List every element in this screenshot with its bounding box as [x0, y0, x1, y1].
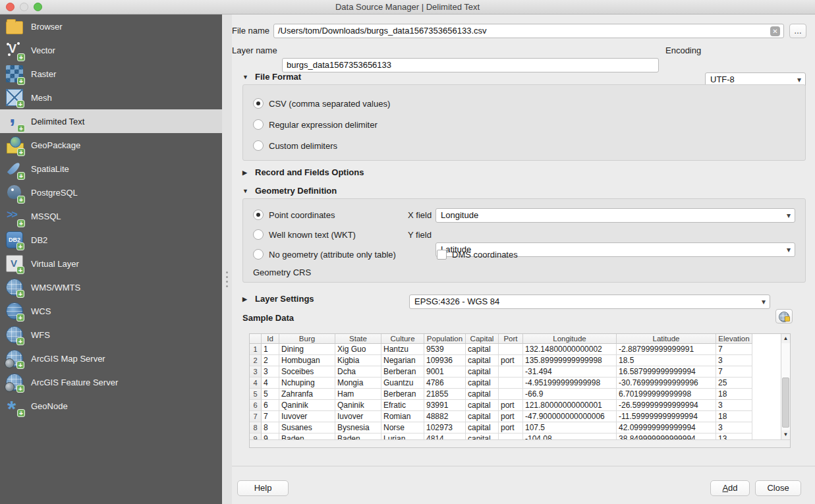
row-number-cell[interactable]: 2 [250, 355, 262, 366]
geometry-type-radio-unselected[interactable] [253, 229, 264, 240]
layer-settings-title: Layer Settings [255, 294, 314, 304]
sidebar-splitter[interactable] [222, 14, 232, 504]
record-fields-title: Record and Fields Options [255, 167, 364, 177]
column-header-population[interactable]: Population [424, 334, 466, 344]
geometry-type-option-2[interactable]: No geometry (attribute only table) [253, 248, 396, 260]
sidebar-item-geonode[interactable]: +GeoNode [0, 394, 222, 418]
file-format-radio-selected[interactable] [253, 98, 264, 109]
table-cell: Negarian [381, 355, 424, 366]
row-number-cell[interactable]: 9 [250, 434, 262, 439]
collapsed-triangle-icon: ▶ [242, 296, 249, 302]
table-cell: 107.5 [523, 422, 617, 434]
browse-file-button[interactable]: … [789, 24, 806, 38]
select-crs-button[interactable] [775, 309, 793, 323]
geometry-type-option-0[interactable]: Point coordinates [253, 209, 335, 221]
geometry-type-radio-selected[interactable] [253, 210, 264, 220]
vertical-scrollbar[interactable]: ▲ ▼ [781, 334, 790, 439]
geometry-crs-select[interactable]: EPSG:4326 - WGS 84 [409, 294, 770, 309]
plus-badge-icon: + [16, 242, 24, 250]
sidebar-item-delimited-text[interactable]: +Delimited Text [0, 109, 222, 133]
column-header-state[interactable]: State [335, 334, 381, 344]
table-cell: Qaninik [335, 400, 381, 411]
scroll-up-icon[interactable]: ▲ [781, 334, 790, 343]
vector-icon: + [6, 42, 23, 59]
clear-file-icon[interactable]: ✕ [770, 26, 780, 36]
table-cell [499, 378, 523, 389]
dms-coordinates-checkbox[interactable] [437, 250, 447, 260]
row-number-cell[interactable]: 5 [250, 389, 262, 400]
file-format-option-0[interactable]: CSV (comma separated values) [253, 98, 390, 109]
sidebar-item-wcs[interactable]: +WCS [0, 299, 222, 323]
x-field-select[interactable]: Longitude [436, 208, 795, 223]
row-number-cell[interactable]: 8 [250, 422, 262, 434]
sidebar-item-spatialite[interactable]: +SpatiaLite [0, 157, 222, 181]
geometry-type-option-1[interactable]: Well known text (WKT) [253, 229, 356, 240]
row-number-cell[interactable]: 7 [250, 411, 262, 422]
row-number-cell[interactable]: 1 [250, 344, 262, 355]
collapsed-triangle-icon: ▶ [242, 169, 249, 176]
column-header-id[interactable]: Id [262, 334, 279, 344]
layer-name-input[interactable]: burgs_data1567353656133 [282, 58, 659, 72]
sidebar-item-label: WCS [31, 306, 51, 316]
sidebar-item-postgresql[interactable]: +PostgreSQL [0, 181, 222, 204]
column-header-port[interactable]: Port [499, 334, 523, 344]
file-format-option-2[interactable]: Custom delimiters [253, 140, 337, 152]
table-cell: 18 [716, 411, 752, 422]
column-header-elevation[interactable]: Elevation [716, 334, 752, 344]
add-button[interactable]: Add [710, 480, 750, 496]
row-number-cell[interactable]: 3 [250, 366, 262, 378]
sidebar-item-arcgis-feature-server[interactable]: +ArcGIS Feature Server [0, 370, 222, 394]
sidebar-item-vector[interactable]: +Vector [0, 38, 222, 62]
sidebar-item-wms-wmts[interactable]: +WMS/WMTS [0, 275, 222, 299]
table-cell: 16.587999999999994 [617, 366, 716, 378]
table-cell: 9 [262, 434, 279, 439]
sidebar-item-geopackage[interactable]: +GeoPackage [0, 133, 222, 157]
column-header-longitude[interactable]: Longitude [523, 334, 617, 344]
minimize-window-button[interactable] [20, 3, 28, 11]
table-corner-cell [250, 334, 262, 344]
layer-settings-section-header[interactable]: ▶ Layer Settings [242, 294, 314, 304]
record-fields-section-header[interactable]: ▶ Record and Fields Options [242, 167, 364, 177]
geometry-type-radio-unselected[interactable] [253, 249, 264, 260]
sidebar-item-label: WMS/WMTS [31, 283, 80, 293]
sidebar-item-db2[interactable]: +DB2 [0, 228, 222, 252]
file-format-radio-unselected[interactable] [253, 140, 264, 151]
sidebar-item-arcgis-map-server[interactable]: +ArcGIS Map Server [0, 347, 222, 370]
sidebar-item-virtual-layer[interactable]: +Virtual Layer [0, 252, 222, 275]
table-cell: port [499, 422, 523, 434]
table-cell: -66.9 [523, 389, 617, 400]
sidebar-item-browser[interactable]: Browser [0, 14, 222, 38]
sidebar-item-label: Vector [31, 45, 55, 55]
sidebar-item-mssql[interactable]: +MSSQL [0, 204, 222, 228]
vertical-scrollbar-thumb[interactable] [782, 378, 789, 428]
expanded-triangle-icon: ▼ [242, 188, 249, 194]
geometry-section-header[interactable]: ▼ Geometry Definition [242, 186, 337, 196]
table-cell: -26.599999999999994 [617, 400, 716, 411]
zoom-window-button[interactable] [34, 3, 42, 11]
file-format-option-1[interactable]: Regular expression delimiter [253, 119, 378, 130]
column-header-latitude[interactable]: Latitude [617, 334, 716, 344]
close-button[interactable]: Close [755, 480, 801, 496]
row-number-cell[interactable]: 4 [250, 378, 262, 389]
help-button[interactable]: Help [237, 480, 289, 496]
sidebar-item-raster[interactable]: +Raster [0, 62, 222, 86]
file-format-section-header[interactable]: ▼ File Format [242, 72, 301, 82]
sidebar-item-mesh[interactable]: +Mesh [0, 86, 222, 109]
column-header-burg[interactable]: Burg [279, 334, 335, 344]
close-window-button[interactable] [6, 3, 14, 11]
file-format-radio-unselected[interactable] [253, 119, 264, 130]
table-cell: 7 [716, 366, 752, 378]
column-header-capital[interactable]: Capital [466, 334, 499, 344]
table-cell: port [499, 400, 523, 411]
file-name-input[interactable]: /Users/tom/Downloads/burgs_data156735365… [273, 24, 784, 38]
row-number-cell[interactable]: 6 [250, 400, 262, 411]
globe5-icon: + [6, 374, 23, 391]
scroll-down-icon[interactable]: ▼ [781, 430, 790, 439]
table-cell: Berberan [381, 389, 424, 400]
sidebar-item-wfs[interactable]: +WFS [0, 323, 222, 347]
horizontal-scrollbar[interactable] [250, 439, 790, 447]
delimited-text-icon: + [6, 113, 23, 130]
table-cell: 18 [716, 389, 752, 400]
file-name-label: File name [232, 24, 269, 38]
column-header-culture[interactable]: Culture [381, 334, 424, 344]
